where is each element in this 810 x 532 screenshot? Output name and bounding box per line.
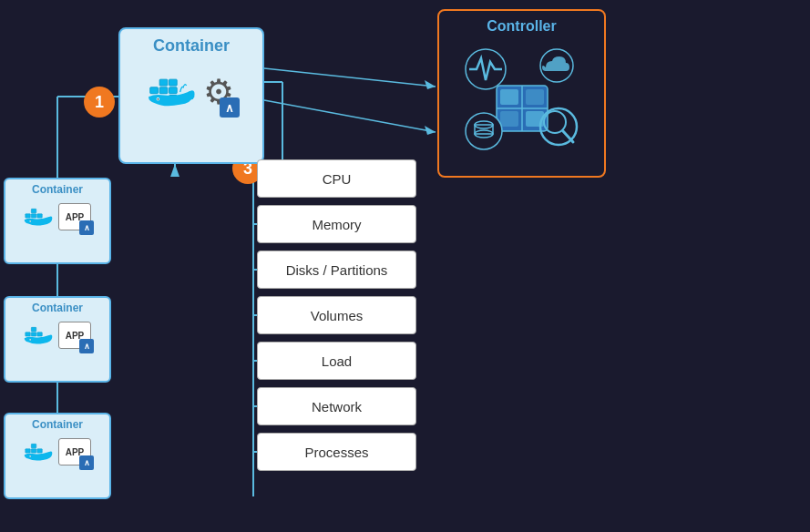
svg-marker-23 — [425, 126, 436, 135]
small-container-3: Container APP ∧ — [4, 413, 111, 499]
small-container-1: Container APP ∧ — [4, 178, 111, 264]
svg-rect-39 — [26, 332, 30, 336]
step-badge-1: 1 — [84, 87, 115, 118]
svg-rect-42 — [31, 327, 36, 331]
small-container-2: Container APP ∧ — [4, 296, 111, 383]
svg-point-60 — [466, 113, 502, 149]
svg-rect-35 — [37, 214, 42, 218]
metrics-list: CPU Memory Disks / Partitions Volumes Lo… — [257, 159, 416, 471]
metric-volumes: Volumes — [257, 296, 416, 334]
small-container-1-app: APP ∧ — [58, 203, 91, 230]
small-arch-badge-2: ∧ — [79, 339, 94, 353]
svg-rect-48 — [31, 444, 36, 447]
svg-line-22 — [264, 100, 436, 132]
small-container-2-title: Container — [32, 302, 83, 314]
small-arch-badge-3: ∧ — [79, 455, 94, 470]
svg-rect-46 — [31, 449, 36, 453]
small-container-3-body: APP ∧ — [24, 438, 91, 466]
svg-marker-21 — [425, 80, 436, 89]
svg-point-50 — [30, 455, 31, 456]
controller-icons-area — [458, 40, 586, 159]
main-container-box: Container — [118, 27, 264, 164]
metric-load: Load — [257, 342, 416, 380]
svg-line-66 — [563, 131, 573, 142]
svg-rect-56 — [500, 89, 518, 105]
small-container-1-body: APP ∧ — [24, 203, 91, 230]
svg-rect-36 — [31, 209, 36, 212]
small-docker-icon-3 — [24, 440, 55, 464]
svg-rect-25 — [150, 87, 159, 94]
svg-line-20 — [264, 68, 436, 87]
small-container-2-body: APP ∧ — [24, 322, 91, 349]
metric-memory: Memory — [257, 205, 416, 243]
svg-marker-2 — [170, 164, 179, 177]
controller-box: Controller — [437, 9, 606, 178]
docker-icon — [149, 73, 196, 111]
gear-arch-group: ⚙ ∧ — [203, 72, 234, 112]
small-container-3-title: Container — [32, 418, 83, 431]
svg-rect-41 — [37, 332, 42, 336]
svg-rect-58 — [500, 111, 518, 127]
svg-rect-47 — [37, 449, 42, 453]
metric-network: Network — [257, 387, 416, 425]
svg-point-44 — [30, 339, 31, 340]
controller-svg — [458, 40, 586, 159]
svg-rect-27 — [169, 87, 178, 94]
small-docker-icon-2 — [24, 323, 55, 347]
main-container-title: Container — [153, 36, 230, 56]
svg-rect-57 — [526, 89, 544, 105]
arch-badge-main: ∧ — [220, 97, 240, 118]
svg-rect-45 — [26, 449, 30, 453]
small-arch-badge-1: ∧ — [79, 220, 94, 235]
svg-point-32 — [158, 98, 159, 100]
small-container-3-app: APP ∧ — [58, 438, 91, 466]
metric-cpu: CPU — [257, 159, 416, 198]
metric-disks: Disks / Partitions — [257, 251, 416, 289]
metric-processes: Processes — [257, 433, 416, 471]
diagram-area: 1 2 3 Container — [0, 0, 810, 532]
svg-rect-33 — [26, 214, 30, 218]
svg-rect-26 — [159, 87, 168, 94]
svg-rect-34 — [31, 214, 36, 218]
small-docker-icon-1 — [24, 205, 55, 229]
main-container-icons: ⚙ ∧ — [149, 72, 234, 112]
svg-rect-28 — [159, 79, 168, 86]
small-container-1-title: Container — [32, 183, 83, 196]
controller-title: Controller — [487, 18, 556, 35]
svg-rect-40 — [31, 332, 36, 336]
small-container-2-app: APP ∧ — [58, 322, 91, 349]
svg-point-38 — [30, 220, 31, 221]
svg-rect-29 — [169, 79, 178, 86]
